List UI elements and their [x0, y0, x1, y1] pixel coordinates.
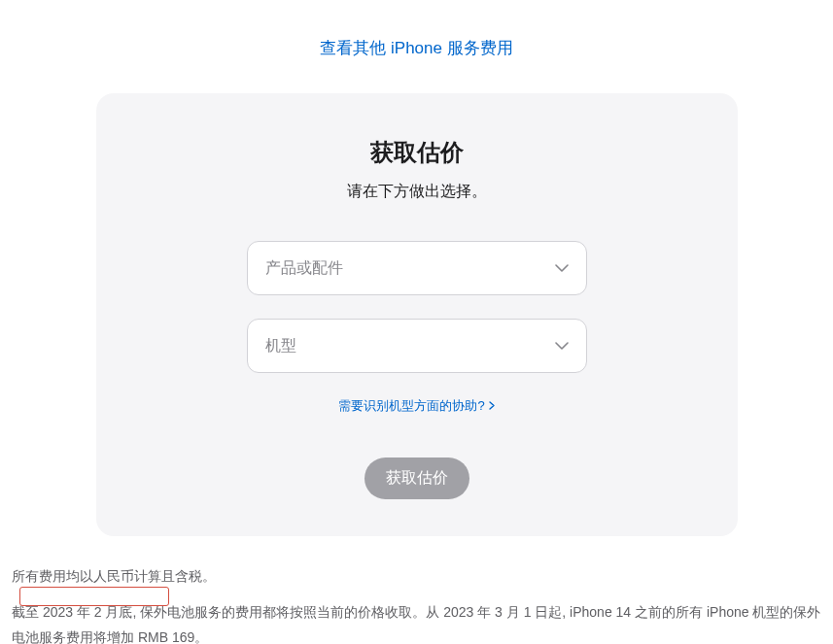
card-subtitle: 请在下方做出选择。 [135, 182, 699, 202]
footer-line-2: 截至 2023 年 2 月底, 保外电池服务的费用都将按照当前的价格收取。从 2… [12, 599, 821, 644]
footer-notes: 所有费用均以人民币计算且含税。 截至 2023 年 2 月底, 保外电池服务的费… [0, 536, 833, 644]
product-select-placeholder: 产品或配件 [265, 258, 343, 279]
get-estimate-button[interactable]: 获取估价 [364, 458, 469, 499]
help-link-text: 需要识别机型方面的协助? [338, 397, 484, 415]
view-other-services-link[interactable]: 查看其他 iPhone 服务费用 [320, 39, 512, 57]
model-select-placeholder: 机型 [265, 336, 296, 356]
identify-model-help-link[interactable]: 需要识别机型方面的协助? [338, 397, 494, 415]
estimate-card: 获取估价 请在下方做出选择。 产品或配件 机型 需要识别机型方面的协助? 获取估… [96, 93, 738, 536]
model-select[interactable]: 机型 [247, 319, 587, 373]
footer-line-1: 所有费用均以人民币计算且含税。 [12, 563, 821, 590]
chevron-right-icon [489, 399, 495, 413]
chevron-down-icon [555, 264, 569, 272]
card-title: 获取估价 [135, 137, 699, 168]
product-select[interactable]: 产品或配件 [247, 241, 587, 295]
chevron-down-icon [555, 342, 569, 350]
